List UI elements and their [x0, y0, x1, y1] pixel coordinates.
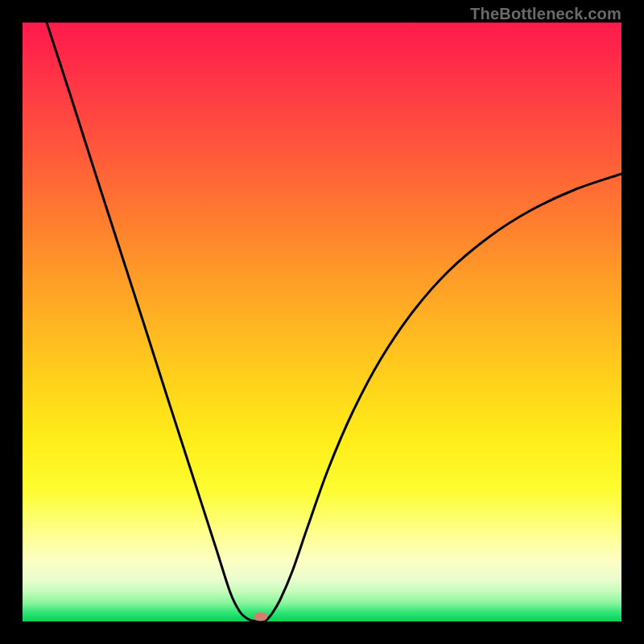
watermark-text: TheBottleneck.com [470, 5, 621, 23]
minimum-marker [254, 613, 268, 621]
bottleneck-curve [47, 23, 621, 621]
chart-svg [23, 23, 621, 621]
plot-area [23, 23, 621, 621]
chart-frame: TheBottleneck.com [0, 0, 644, 644]
